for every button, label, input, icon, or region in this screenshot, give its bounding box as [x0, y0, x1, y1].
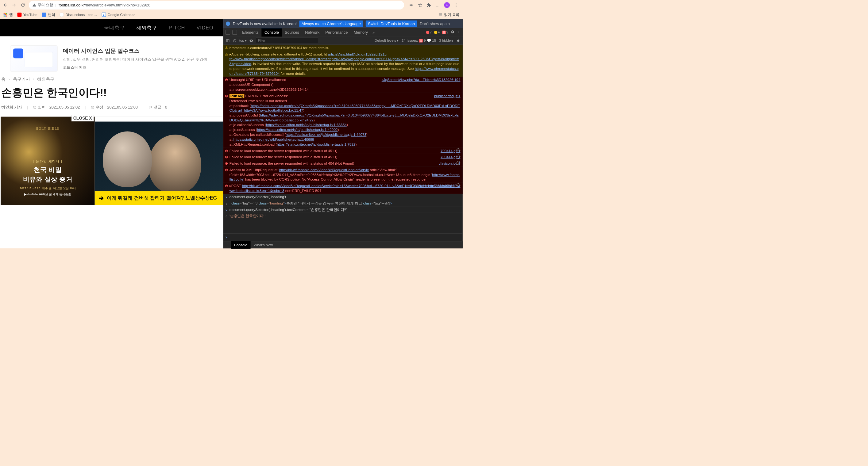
banner-switch-button[interactable]: Switch DevTools to Korean — [366, 21, 417, 27]
devtools-drawer: ⋮ Console What's New — [223, 241, 463, 248]
crumb-news[interactable]: 축구기사 — [13, 76, 30, 82]
error-badge[interactable]: 7 — [426, 30, 432, 34]
close-ad-button[interactable]: CLOSE X — [71, 115, 94, 122]
nav-pitch[interactable]: PITCH — [169, 25, 185, 31]
star-icon[interactable] — [417, 2, 423, 8]
arrow-right-icon — [12, 3, 17, 8]
overlay-line2: 천국 비밀 — [1, 165, 94, 174]
console-log-row[interactable]: hromestatus.com/feature/5718547946799104… — [223, 45, 463, 51]
devtools-tabs: Elements Console Sources Network Perform… — [223, 28, 463, 37]
overlay-line5: ▶YouTube 유튜브 전 세계 동시송출 — [1, 192, 94, 196]
calendar-icon: 2 — [101, 12, 106, 17]
console-log-row[interactable]: document.querySelector('.heading').textC… — [223, 207, 463, 213]
yellow-ad-strip[interactable]: ➜ 이게 뭐길래 검버섯 잡티가 옅어져? 노벨상수상EG — [95, 191, 223, 205]
list-icon — [438, 12, 442, 16]
banner-dismiss[interactable]: Don't show again — [420, 22, 450, 26]
github-icon — [60, 12, 64, 17]
device-icon[interactable] — [232, 30, 237, 35]
hidden-count: 3 hidden — [439, 39, 453, 43]
bookmark-calendar[interactable]: 2Google Calendar — [101, 12, 135, 17]
reload-icon — [21, 3, 26, 8]
svg-point-2 — [456, 6, 456, 6]
reading-list-button[interactable]: 읽기 목록 — [438, 12, 459, 17]
page-viewport: 국내축구 해외축구 PITCH VIDEO 데이터 사이언스 입문 필수코스 강… — [0, 19, 223, 248]
nav-overseas[interactable]: 해외축구 — [136, 25, 157, 31]
crumb-home[interactable]: 홈 — [1, 76, 5, 82]
svg-rect-9 — [4, 15, 5, 16]
browser-toolbar: 주의 요함 | footballist.co.kr/news/articleVi… — [0, 0, 463, 10]
reading-list-icon[interactable] — [435, 2, 440, 8]
tab-memory[interactable]: Memory — [351, 28, 371, 36]
apps-shortcut[interactable]: 앱 — [3, 12, 13, 17]
bookmark-youtube[interactable]: YouTube — [17, 12, 37, 17]
reading-list-label: 읽기 목록 — [444, 12, 459, 17]
tab-elements[interactable]: Elements — [239, 28, 262, 36]
console-log-row[interactable]: Uncaught URIError: URI malformed at deco… — [223, 77, 463, 93]
settings-icon[interactable] — [456, 38, 460, 43]
console-log-row[interactable]: Failed to load resource: the server resp… — [223, 148, 463, 154]
console-return-row[interactable]: class="tag"><h3 class="heading">손흥민 "나에게… — [223, 200, 463, 207]
share-icon[interactable] — [409, 2, 414, 8]
bookmark-translate[interactable]: 번역 — [42, 12, 55, 17]
info-icon: i — [226, 22, 230, 26]
console-log-row[interactable]: ▸POST http://hk-wf.taboola.com/VideoBidR… — [223, 183, 463, 194]
console-output[interactable]: hromestatus.com/feature/5718547946799104… — [223, 45, 463, 233]
bookmark-label: YouTube — [23, 12, 37, 17]
nav-video[interactable]: VIDEO — [196, 25, 213, 31]
reload-button[interactable] — [20, 2, 26, 8]
console-log-row[interactable]: ▸A parser-blocking, cross site (i.e. dif… — [223, 51, 463, 77]
svg-rect-6 — [4, 14, 5, 15]
comments[interactable]: 댓글 0 — [149, 105, 167, 110]
back-button[interactable] — [2, 2, 8, 8]
arrow-icon: ➜ — [98, 194, 104, 202]
extensions-icon[interactable] — [427, 2, 432, 8]
console-log-row[interactable]: Failed to load resource: the server resp… — [223, 154, 463, 160]
sidebar-toggle-icon[interactable] — [225, 38, 230, 43]
forward-button[interactable] — [11, 2, 17, 8]
console-log-row[interactable]: PubTag ERROR: Error onSuccess:ReferenceE… — [223, 93, 463, 148]
drawer-tab-console[interactable]: Console — [231, 241, 250, 248]
chevron-right-icon: › — [33, 77, 34, 82]
console-log-row[interactable]: '손흥민은 한국인이다!!' — [223, 213, 463, 219]
kebab-icon[interactable]: ⋮ — [457, 30, 461, 35]
inspect-icon[interactable] — [225, 30, 230, 35]
tab-console[interactable]: Console — [261, 28, 282, 37]
address-bar[interactable]: 주의 요함 | footballist.co.kr/news/articleVi… — [29, 1, 404, 9]
console-toolbar: top ▾ Default levels ▾ 24 Issues: ⊟9 💬15… — [223, 36, 463, 45]
console-prompt[interactable] — [223, 233, 463, 241]
tab-sources[interactable]: Sources — [282, 28, 302, 36]
issues-count[interactable]: 24 Issues: ⊟9 💬15 — [402, 39, 436, 43]
url-text: footballist.co.kr/news/articleView.html?… — [59, 3, 150, 7]
svg-rect-8 — [6, 14, 7, 15]
svg-rect-4 — [5, 13, 6, 14]
tab-network[interactable]: Network — [302, 28, 322, 36]
console-log-row[interactable]: document.querySelector('.heading') — [223, 194, 463, 200]
tab-performance[interactable]: Performance — [322, 28, 351, 36]
svg-point-1 — [456, 5, 456, 5]
drawer-menu-icon[interactable]: ⋮ — [223, 243, 231, 247]
filter-input[interactable] — [256, 38, 318, 44]
profile-avatar[interactable]: C — [444, 2, 450, 8]
crumb-overseas[interactable]: 해외축구 — [37, 76, 54, 82]
banner-match-button[interactable]: Always match Chrome's language — [299, 21, 363, 27]
nav-domestic[interactable]: 국내축구 — [104, 25, 125, 31]
drawer-tab-whatsnew[interactable]: What's New — [250, 241, 276, 248]
settings-icon[interactable] — [451, 30, 455, 35]
blocked-badge[interactable]: ⊟9 — [442, 30, 448, 34]
eye-icon[interactable] — [249, 38, 254, 43]
ad-brand: 코드스테이츠 — [63, 65, 207, 70]
console-log-row[interactable]: Failed to load resource: the server resp… — [223, 160, 463, 167]
bookmark-label: Google Calendar — [108, 12, 135, 17]
bookmark-github[interactable]: Discussions · cod… — [60, 12, 97, 17]
warning-icon — [33, 3, 36, 7]
ad-card[interactable]: 데이터 사이언스 입문 필수코스 강의, 실무 경험, 커리어 코칭까지! 데이… — [10, 45, 213, 71]
svg-point-0 — [456, 3, 456, 4]
warning-badge[interactable]: 4 — [434, 30, 440, 34]
more-tabs-icon[interactable]: » — [371, 30, 376, 35]
overlay-ad[interactable]: HOLY BIBLE [ 온라인 세미나 ] 천국 비밀 비유와 실상 증거 2… — [1, 117, 94, 205]
context-selector[interactable]: top ▾ — [239, 39, 247, 43]
levels-selector[interactable]: Default levels ▾ — [375, 39, 399, 43]
console-log-row[interactable]: Access to XMLHttpRequest at 'http://hk-w… — [223, 167, 463, 183]
menu-icon[interactable] — [454, 2, 459, 8]
clear-console-icon[interactable] — [232, 38, 237, 43]
